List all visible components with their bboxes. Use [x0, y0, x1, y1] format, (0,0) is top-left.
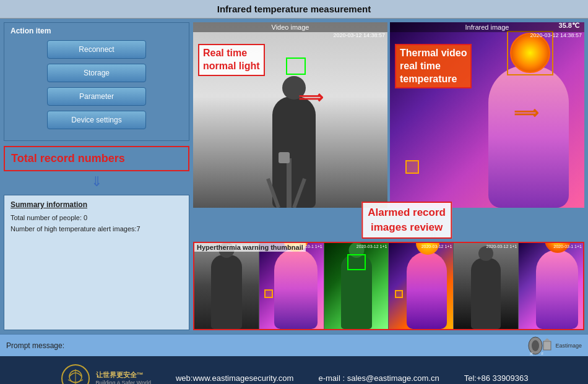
- thumbnail-section-label: Hyperthermia warning thumbnail: [194, 243, 306, 252]
- svg-text:F: F: [542, 352, 543, 356]
- summary-title: Summary information: [11, 200, 183, 209]
- thumbnail-row: Hyperthermia warning thumbnail 2020-03-1…: [193, 242, 584, 330]
- summary-box: Summary information Total number of peop…: [4, 195, 189, 330]
- footer-email: e-mail : sales@eastimage.com.cn: [318, 373, 439, 383]
- video-timestamp-left: 2020-03-12 14:38:57: [333, 32, 385, 38]
- thumb-ts-6: 2020-03-1 1+1: [553, 244, 582, 249]
- thumb-ts-3: 2020-03-12 1+1: [357, 244, 387, 249]
- tripod-leg1: [287, 158, 292, 208]
- eastimage-logo-text: Eastimage: [555, 343, 582, 349]
- storage-button[interactable]: Storage: [47, 64, 146, 82]
- real-time-label: Real timenormal light: [198, 44, 265, 76]
- thumbnail-2[interactable]: 2020-03-1 1+1: [259, 243, 324, 329]
- company-slogan: 让世界更安全™ Building A Safer World: [96, 370, 151, 384]
- thumb-ts-4: 2020-03-12 1+1: [422, 244, 452, 249]
- total-record-arrow: ⇓: [4, 174, 189, 190]
- slogan-line2: Building A Safer World: [96, 380, 151, 384]
- reconnect-button[interactable]: Reconnect: [47, 40, 146, 59]
- infrared-image-label: Infrared image: [465, 23, 509, 31]
- svg-marker-3: [543, 338, 551, 341]
- left-panel: Action item Reconnect Storage Parameter …: [4, 22, 189, 330]
- device-settings-button[interactable]: Device settings: [47, 111, 146, 129]
- svg-rect-2: [543, 341, 551, 350]
- prompt-label: Prompt message:: [6, 341, 64, 350]
- real-time-arrow: ⟹: [298, 87, 323, 108]
- alarmed-record-label: Alarmed recordimages review: [361, 202, 452, 239]
- camera-head: [279, 152, 290, 163]
- logo-area: 黑 F Eastimage: [528, 335, 582, 356]
- alarmed-annotation-wrapper: Alarmed recordimages review: [361, 202, 452, 239]
- face-detection-box: [286, 58, 306, 75]
- total-record-label: Total record numbers: [11, 152, 182, 165]
- svg-point-1: [532, 340, 539, 351]
- company-logo-icon: [60, 363, 91, 385]
- middle-section: Alarmed recordimages review ⇓: [193, 208, 584, 242]
- prompt-bar: Prompt message: 黑 F Eastimage: [0, 334, 588, 356]
- slogan-line1: 让世界更安全™: [96, 370, 151, 380]
- action-item-box: Action item Reconnect Storage Parameter …: [4, 22, 189, 141]
- thermal-time-label: Thermal videoreal timetemperature: [395, 44, 472, 88]
- thumbnail-1[interactable]: 2020-03-12 1+1: [194, 243, 259, 329]
- footer: 让世界更安全™ Building A Safer World web:www.e…: [0, 356, 588, 384]
- title-bar: Infrared temperature measurement: [0, 0, 588, 19]
- thumbnail-5[interactable]: 2020-03-12 1+1: [454, 243, 519, 329]
- svg-text:黑: 黑: [530, 352, 533, 356]
- thumbnail-6[interactable]: 2020-03-1 1+1: [519, 243, 583, 329]
- video-left-section: Video image 2020-03-12 14:38:57: [193, 22, 387, 208]
- summary-people: Total number of people: 0: [11, 214, 183, 221]
- parameter-button[interactable]: Parameter: [47, 87, 146, 106]
- summary-alert-images: Number of high temperature alert images:…: [11, 225, 183, 233]
- total-record-box: Total record numbers: [4, 146, 189, 171]
- orange-indicator: [405, 160, 419, 174]
- action-item-title: Action item: [11, 27, 183, 35]
- footer-logo: 让世界更安全™ Building A Safer World: [60, 363, 151, 385]
- footer-tel: Tel:+86 33909363: [464, 373, 529, 383]
- video-image-label: Video image: [272, 23, 309, 31]
- thermal-arrow: ⟹: [514, 103, 538, 123]
- thermal-body: [488, 66, 569, 208]
- temp-value: 35.8℃: [559, 22, 579, 30]
- video-row: Video image 2020-03-12 14:38:57: [193, 22, 584, 208]
- video-timestamp-right: 2020-03-12 14:38:57: [530, 32, 582, 38]
- thumb-ts-5: 2020-03-12 1+1: [486, 244, 517, 249]
- video-right-section: Infrared image 2020-03-12 14:38:57 35.8℃: [390, 22, 584, 208]
- thumbnail-4[interactable]: 2020-03-12 1+1: [389, 243, 454, 329]
- app-title: Infrared temperature measurement: [217, 4, 371, 14]
- thumbnail-3[interactable]: 2020-03-12 1+1: [324, 243, 389, 329]
- footer-web: web:www.eastimagesecurity.com: [176, 373, 294, 383]
- eastimage-logo-icon: 黑 F: [528, 335, 553, 356]
- right-panel: Video image 2020-03-12 14:38:57: [193, 22, 584, 330]
